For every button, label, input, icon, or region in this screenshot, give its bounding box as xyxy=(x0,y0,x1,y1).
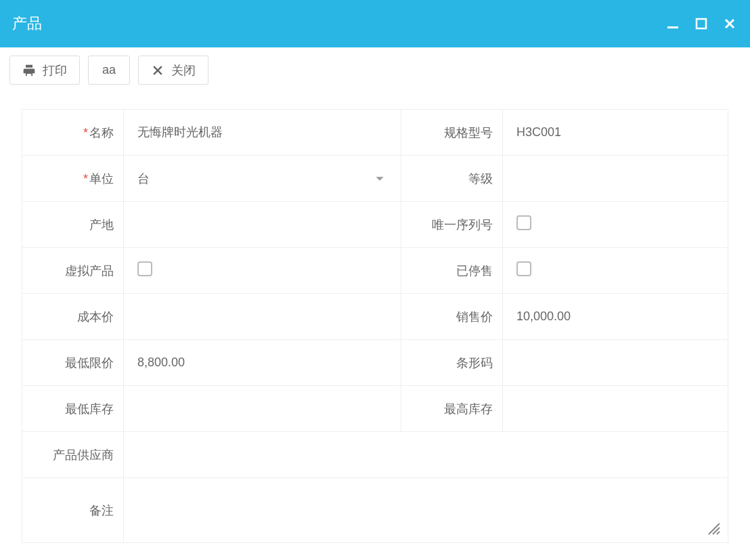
remarks-input[interactable] xyxy=(137,503,728,517)
remarks-cell xyxy=(124,478,728,543)
unit-value: 台 xyxy=(137,171,150,187)
cost-label: 成本价 xyxy=(22,294,124,340)
svg-rect-0 xyxy=(667,26,678,28)
toolbar: 打印 aa 关闭 xyxy=(0,47,750,93)
product-window: 产品 打印 aa 关闭 *名称 xyxy=(0,0,750,560)
sale-cell xyxy=(503,294,728,340)
min-price-input[interactable] xyxy=(137,356,401,370)
barcode-cell xyxy=(503,340,728,386)
unique-sn-checkbox[interactable] xyxy=(516,215,531,230)
barcode-label: 条形码 xyxy=(401,340,503,386)
origin-label: 产地 xyxy=(22,202,124,248)
discontinued-label: 已停售 xyxy=(401,248,503,294)
virtual-label: 虚拟产品 xyxy=(22,248,124,294)
origin-cell xyxy=(124,202,401,248)
unique-sn-label: 唯一序列号 xyxy=(401,202,503,248)
print-button[interactable]: 打印 xyxy=(9,56,80,85)
min-stock-label: 最低库存 xyxy=(22,386,124,432)
form-table: *名称 规格型号 *单位 台 等级 xyxy=(22,109,728,543)
chevron-down-icon xyxy=(375,174,384,184)
supplier-input[interactable] xyxy=(137,448,728,462)
supplier-label: 产品供应商 xyxy=(22,432,124,478)
remarks-label: 备注 xyxy=(22,478,124,543)
unit-select[interactable]: 台 xyxy=(137,171,401,187)
max-stock-label: 最高库存 xyxy=(401,386,503,432)
discontinued-checkbox[interactable] xyxy=(516,261,531,276)
grade-label: 等级 xyxy=(401,156,503,202)
svg-rect-1 xyxy=(697,19,706,28)
min-price-cell xyxy=(124,340,401,386)
window-controls xyxy=(665,16,738,32)
spec-label: 规格型号 xyxy=(401,110,503,156)
font-size-button[interactable]: aa xyxy=(88,56,130,85)
maximize-button[interactable] xyxy=(693,16,709,32)
discontinued-cell xyxy=(503,248,728,294)
min-stock-input[interactable] xyxy=(137,402,401,416)
min-stock-cell xyxy=(124,386,401,432)
unit-label: *单位 xyxy=(22,156,124,202)
maximize-icon xyxy=(694,17,708,30)
origin-input[interactable] xyxy=(137,217,401,232)
unit-cell: 台 xyxy=(124,156,401,202)
virtual-cell xyxy=(124,248,401,294)
max-stock-cell xyxy=(503,386,728,432)
spec-input[interactable] xyxy=(516,125,728,139)
printer-icon xyxy=(22,64,36,77)
name-input[interactable] xyxy=(137,125,401,139)
form-area: *名称 规格型号 *单位 台 等级 xyxy=(0,93,750,543)
resize-icon xyxy=(706,521,721,536)
grade-input[interactable] xyxy=(516,171,728,186)
resize-handle[interactable] xyxy=(706,521,721,536)
name-label: *名称 xyxy=(22,110,124,156)
sale-input[interactable] xyxy=(516,309,728,324)
name-cell xyxy=(124,110,401,156)
grade-cell xyxy=(503,156,728,202)
cost-cell xyxy=(124,294,401,340)
close-window-button[interactable] xyxy=(722,16,738,32)
min-price-label: 最低限价 xyxy=(22,340,124,386)
supplier-cell xyxy=(124,432,728,478)
close-icon xyxy=(723,17,736,30)
max-stock-input[interactable] xyxy=(516,402,728,416)
titlebar: 产品 xyxy=(0,0,750,47)
minimize-button[interactable] xyxy=(665,16,681,32)
cost-input[interactable] xyxy=(137,309,401,324)
x-icon xyxy=(151,64,164,77)
virtual-checkbox[interactable] xyxy=(137,261,152,276)
barcode-input[interactable] xyxy=(516,356,728,370)
print-label: 打印 xyxy=(43,62,67,79)
font-label: aa xyxy=(102,63,116,77)
window-title: 产品 xyxy=(12,14,665,34)
close-label: 关闭 xyxy=(171,62,196,79)
unique-sn-cell xyxy=(503,202,728,248)
sale-label: 销售价 xyxy=(401,294,503,340)
close-button[interactable]: 关闭 xyxy=(138,56,208,85)
spec-cell xyxy=(503,110,728,156)
minimize-icon xyxy=(666,17,680,30)
